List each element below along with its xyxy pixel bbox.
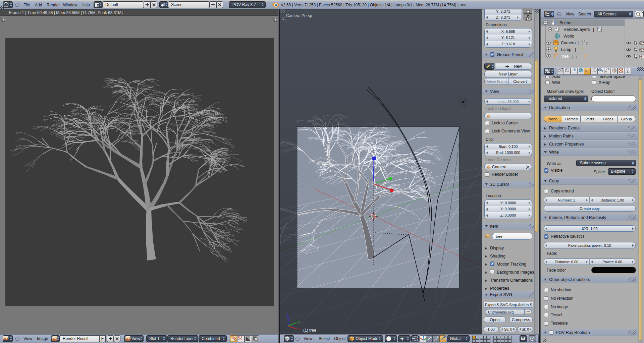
svg-text:y: y	[298, 320, 300, 324]
svg-text:z: z	[286, 313, 288, 318]
svg-text:x: x	[298, 327, 300, 331]
svg-text:(1) tree: (1) tree	[303, 328, 316, 333]
svg-text:Camera Persp: Camera Persp	[286, 13, 312, 18]
